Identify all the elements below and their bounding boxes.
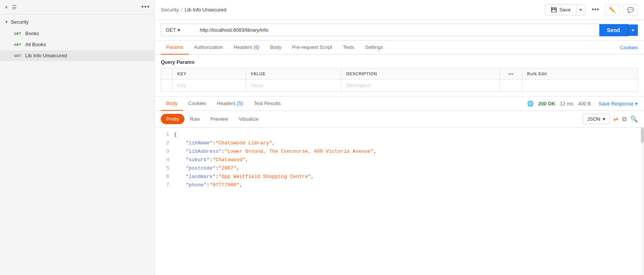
sidebar-item-label: Books	[25, 31, 39, 36]
code-line: "libAddress": "Lower Ground, The Concour…	[174, 147, 638, 156]
tab-label: Pre-request Script	[292, 44, 332, 50]
collection-header[interactable]: ▼ Security	[0, 16, 154, 28]
chat-button[interactable]: 💬	[623, 4, 638, 16]
code-indent	[174, 181, 186, 189]
key-placeholder: Key	[177, 82, 186, 88]
key-column-header: KEY	[173, 68, 246, 79]
sidebar-item-all-books[interactable]: GET All Books	[0, 39, 154, 50]
status-size: 400 B	[578, 101, 591, 107]
json-key: "phone"	[186, 181, 207, 189]
tab-authorization[interactable]: Authorization	[189, 40, 228, 55]
response-tab-cookies[interactable]: Cookies	[183, 97, 212, 111]
tab-label: Headers (6)	[234, 44, 259, 50]
tab-settings[interactable]: Settings	[360, 40, 388, 55]
format-tab-label: Raw	[190, 116, 200, 122]
line-num: 7	[159, 181, 169, 189]
chevron-down-icon: ▾	[635, 101, 638, 107]
format-tab-preview[interactable]: Preview	[205, 114, 233, 124]
tab-label: Test Results	[254, 100, 281, 106]
chevron-down-icon: ▾	[579, 7, 582, 13]
chevron-down-icon: ▾	[603, 116, 605, 122]
format-tabs: Pretty Raw Preview Visualize	[161, 114, 264, 124]
format-tab-visualize[interactable]: Visualize	[233, 114, 264, 124]
chevron-down-icon: ▼	[5, 20, 8, 24]
edit-icon: ✏️	[609, 7, 616, 13]
save-response-label: Save Response	[599, 101, 634, 107]
more-column-header: •••	[500, 68, 523, 79]
line-num: 2	[159, 139, 169, 147]
filter-icon: ☰	[12, 4, 17, 10]
sidebar-header: + ☰ •••	[0, 0, 154, 15]
json-key: "landmark"	[186, 173, 215, 181]
line-num: 4	[159, 156, 169, 164]
line-num: 1	[159, 131, 169, 139]
description-placeholder: Description	[346, 82, 371, 88]
code-indent	[174, 173, 186, 181]
edit-button[interactable]: ✏️	[605, 4, 620, 16]
breadcrumb-current: Lib Info Unsecured	[185, 7, 227, 13]
send-button[interactable]: Send	[599, 24, 628, 36]
tab-label: Body	[270, 44, 282, 50]
tab-pre-request-script[interactable]: Pre-request Script	[287, 40, 338, 55]
method-label: GET	[166, 27, 176, 33]
sidebar-more-button[interactable]: •••	[141, 3, 150, 11]
tab-params[interactable]: Params	[161, 40, 189, 55]
json-value: "Lower Ground, The Concourse, 409 Victor…	[225, 147, 374, 156]
tab-label: Settings	[365, 44, 383, 50]
method-select[interactable]: GET ▾	[161, 24, 195, 36]
search-icon-button[interactable]: 🔍	[630, 115, 638, 123]
save-button[interactable]: 💾 Save	[545, 5, 576, 15]
bulk-edit-button[interactable]: Bulk Edit	[523, 68, 638, 79]
url-input[interactable]	[195, 24, 599, 36]
sidebar-item-books[interactable]: GET Books	[0, 28, 154, 39]
status-time: 12 ms	[560, 101, 573, 107]
url-bar: GET ▾ Send ▾	[155, 20, 644, 40]
tab-cookies[interactable]: Cookies	[620, 41, 638, 54]
value-cell[interactable]: Value	[246, 79, 341, 92]
save-response-button[interactable]: Save Response ▾	[599, 101, 638, 107]
globe-icon: 🌐	[527, 100, 534, 107]
response-tab-headers[interactable]: Headers (5)	[212, 97, 249, 111]
filter-button[interactable]: ☰	[12, 4, 17, 10]
send-dropdown-button[interactable]: ▾	[628, 24, 638, 36]
breadcrumb-parent[interactable]: Security	[161, 7, 179, 13]
status-ok: 200 OK	[538, 101, 555, 107]
response-status: 🌐 200 OK 12 ms 400 B Save Response ▾	[527, 100, 638, 107]
search-icon: 🔍	[630, 116, 638, 122]
params-table: KEY VALUE DESCRIPTION ••• Bulk Edit Key …	[161, 68, 638, 92]
sidebar-item-lib-info-unsecured[interactable]: GET Lib Info Unsecured	[0, 50, 154, 61]
format-tab-raw[interactable]: Raw	[184, 114, 205, 124]
tab-label: Headers (5)	[217, 100, 243, 106]
json-value: "2067"	[218, 164, 236, 173]
description-cell[interactable]: Description	[341, 79, 500, 92]
format-tab-pretty[interactable]: Pretty	[161, 114, 184, 124]
tab-label: Cookies	[188, 100, 206, 106]
add-button[interactable]: +	[5, 4, 8, 11]
response-tab-test-results[interactable]: Test Results	[248, 97, 286, 111]
copy-icon: ⧉	[622, 116, 626, 122]
json-key: "libAddress"	[186, 147, 222, 156]
code-indent	[174, 164, 186, 173]
tab-headers[interactable]: Headers (6)	[228, 40, 265, 55]
response-tab-body[interactable]: Body	[161, 97, 183, 111]
key-cell[interactable]: Key	[173, 79, 246, 92]
code-indent	[174, 139, 186, 147]
json-format-select[interactable]: JSON ▾	[583, 114, 610, 124]
top-bar: Security / Lib Info Unsecured 💾 Save ▾ •…	[155, 0, 644, 20]
format-right: JSON ▾ ⇌ ⧉ 🔍	[583, 114, 638, 124]
json-value: "Chatswood"	[212, 156, 245, 164]
scrollbar-thumb[interactable]	[641, 128, 644, 143]
tab-tests[interactable]: Tests	[338, 40, 360, 55]
copy-icon-button[interactable]: ⧉	[622, 116, 626, 123]
sidebar-header-left: + ☰	[5, 4, 17, 11]
filter-icon-button[interactable]: ⇌	[613, 115, 618, 123]
top-more-button[interactable]: •••	[589, 4, 602, 15]
save-button-group: 💾 Save ▾	[545, 4, 586, 15]
tab-label: Body	[166, 100, 178, 106]
code-content: { "libName": "Chatswood Library", "libAd…	[174, 131, 644, 272]
query-params-title: Query Params	[161, 59, 638, 65]
value-column-header: VALUE	[246, 68, 341, 79]
tab-body[interactable]: Body	[265, 40, 287, 55]
save-dropdown-button[interactable]: ▾	[576, 5, 585, 15]
sidebar-collection: ▼ Security GET Books GET All Books GET L…	[0, 15, 154, 63]
